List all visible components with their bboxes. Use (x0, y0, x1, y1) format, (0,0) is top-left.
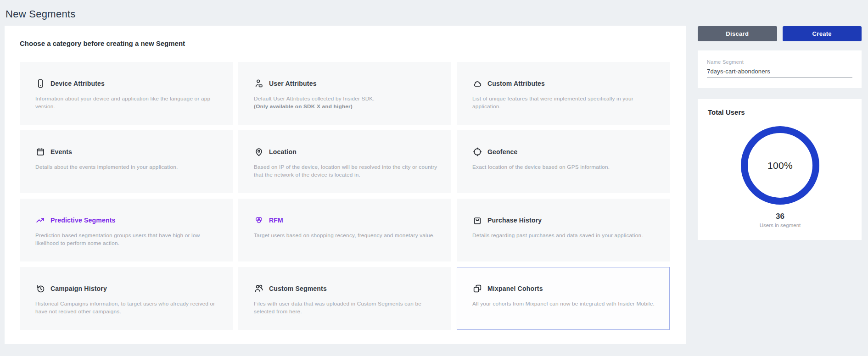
category-title: Custom Segments (269, 285, 327, 292)
card-head: Custom Attributes (472, 78, 659, 89)
category-card-custom-segments[interactable]: Custom Segments Files with user data tha… (238, 267, 451, 330)
category-panel: Choose a category before creating a new … (5, 26, 686, 344)
category-title: Events (50, 148, 72, 156)
users-donut-chart: 100% (741, 126, 819, 205)
card-head: Custom Segments (254, 283, 441, 294)
category-description: List of unique features that were implem… (472, 95, 657, 111)
card-head: Campaign History (35, 283, 222, 294)
category-card-geofence[interactable]: Geofence Exact location of the device ba… (457, 130, 670, 193)
calendar-icon (35, 147, 45, 157)
category-description: Default User Attributes collected by Ins… (254, 95, 438, 103)
name-segment-label: Name Segment (707, 59, 852, 65)
shopping-bag-icon (472, 215, 482, 225)
name-segment-input[interactable] (707, 68, 852, 78)
discard-button[interactable]: Discard (698, 26, 777, 41)
users-count: 36 (708, 212, 852, 221)
user-badge-icon (254, 78, 264, 89)
new-segments-page: New Segments Choose a category before cr… (0, 0, 868, 356)
category-description: Details regarding past purchases and dat… (472, 232, 657, 239)
category-card-device-attributes[interactable]: Device Attributes Information about your… (20, 62, 233, 125)
category-title: User Attributes (269, 80, 317, 87)
action-buttons: Discard Create (698, 26, 862, 41)
category-description: Files with user data that was uploaded i… (254, 300, 438, 316)
category-description: Prediction based segmentation groups use… (35, 232, 220, 247)
category-card-user-attributes[interactable]: User Attributes Default User Attributes … (238, 62, 451, 125)
card-head: Device Attributes (35, 78, 222, 89)
category-description: Exact location of the device based on GP… (472, 163, 657, 171)
card-head: User Attributes (254, 78, 441, 89)
card-head: Location (254, 146, 441, 157)
card-head: RFM (254, 215, 441, 226)
category-description: Historical Campaigns information, to tar… (35, 300, 220, 316)
phone-icon (35, 78, 45, 89)
trend-up-icon (35, 215, 45, 225)
category-card-purchase-history[interactable]: Purchase History Details regarding past … (457, 199, 670, 261)
cloud-icon (472, 78, 482, 89)
create-button[interactable]: Create (783, 26, 862, 41)
category-card-campaign-history[interactable]: Campaign History Historical Campaigns in… (20, 267, 233, 330)
layout: Choose a category before creating a new … (0, 26, 868, 344)
category-title: Location (269, 148, 297, 156)
card-head: Mixpanel Cohorts (472, 283, 659, 294)
category-title: Geofence (487, 148, 517, 156)
users-caption: Users in segment (708, 222, 852, 228)
category-title: Device Attributes (50, 80, 105, 87)
category-title: Predictive Segments (50, 217, 116, 224)
card-head: Geofence (472, 146, 659, 157)
name-segment-card: Name Segment (698, 50, 862, 88)
category-description: Details about the events implemented in … (35, 163, 220, 171)
category-card-rfm[interactable]: RFM Target users based on shopping recen… (238, 199, 451, 261)
crosshair-icon (472, 147, 482, 157)
category-description: All your cohorts from Mixpanel can now b… (472, 300, 657, 308)
category-card-predictive-segments[interactable]: Predictive Segments Prediction based seg… (20, 199, 233, 261)
overlap-squares-icon (472, 284, 482, 294)
category-card-events[interactable]: Events Details about the events implemen… (20, 130, 233, 193)
category-title: Purchase History (487, 217, 542, 224)
users-icon (254, 284, 264, 294)
venn-icon (254, 215, 264, 225)
category-title: Mixpanel Cohorts (487, 285, 543, 292)
page-title: New Segments (0, 0, 868, 26)
category-card-mixpanel-cohorts[interactable]: Mixpanel Cohorts All your cohorts from M… (457, 267, 670, 330)
card-head: Purchase History (472, 215, 659, 226)
category-title: RFM (269, 217, 283, 224)
category-card-location[interactable]: Location Based on IP of the device, loca… (238, 130, 451, 193)
category-title: Custom Attributes (487, 80, 545, 87)
card-head: Events (35, 146, 222, 157)
map-pin-icon (254, 147, 264, 157)
category-grid: Device Attributes Information about your… (20, 62, 670, 330)
segment-sidebar: Discard Create Name Segment Total Users … (698, 26, 862, 240)
category-description-note: (Only available on SDK X and higher) (254, 103, 438, 111)
category-description: Target users based on shopping recency, … (254, 232, 438, 239)
total-users-card: Total Users 100% 36 Users in segment (698, 99, 862, 240)
category-card-custom-attributes[interactable]: Custom Attributes List of unique feature… (457, 62, 670, 125)
category-title: Campaign History (50, 285, 107, 292)
total-users-heading: Total Users (708, 108, 852, 116)
panel-heading: Choose a category before creating a new … (20, 39, 670, 47)
category-description: Based on IP of the device, location will… (254, 163, 438, 179)
history-clock-icon (35, 284, 45, 294)
category-description: Information about your device and applic… (35, 95, 220, 111)
donut-percent-label: 100% (767, 160, 793, 171)
card-head: Predictive Segments (35, 215, 222, 226)
